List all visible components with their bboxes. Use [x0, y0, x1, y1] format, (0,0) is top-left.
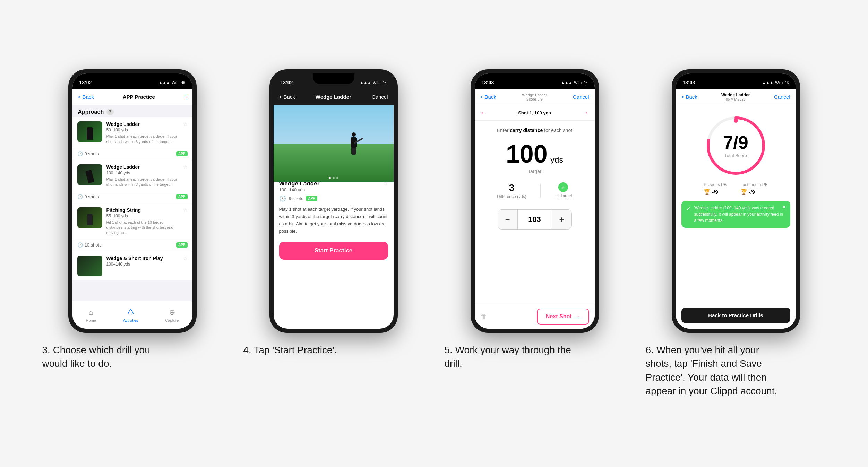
drill-title-1: Wedge Ladder [106, 121, 179, 127]
stat-separator [540, 184, 541, 198]
screen-3: Approach 7 [72, 105, 192, 301]
tab-bar-3: ⌂ Home ♺ Activities ⊕ Capture [72, 301, 192, 329]
toast-close-icon[interactable]: ✕ [782, 204, 786, 210]
score-text: 7/9 Total Score [723, 133, 748, 158]
difference-label: Difference (yds) [497, 194, 526, 199]
star-4[interactable]: ☆ [183, 256, 188, 261]
detail-shots: 9 shots [289, 196, 303, 201]
toast-check-icon: ✓ [686, 205, 691, 212]
drill-thumb-1 [77, 121, 102, 142]
detail-desc: Play 1 shot at each target yardage. If y… [279, 206, 388, 235]
drill-card-1[interactable]: Wedge Ladder 50–100 yds Play 1 shot at e… [72, 117, 192, 160]
phone-3: 13:02 ▲▲▲ WiFi 46 < Back APP Practice ≡ [68, 69, 197, 333]
back-btn-3[interactable]: < Back [78, 94, 94, 100]
practice-image [274, 105, 394, 182]
nav-title-3: APP Practice [94, 94, 184, 100]
back-to-drills-button[interactable]: Back to Practice Drills [681, 308, 790, 323]
detail-shots-row: 🕐 9 shots APP [279, 195, 388, 202]
star-2[interactable]: ☆ [183, 164, 188, 170]
nav-cancel-5[interactable]: Cancel [573, 94, 589, 100]
trash-icon[interactable]: 🗑 [480, 313, 487, 321]
app-badge-2: APP [176, 194, 188, 199]
phone-5: 13:03 ▲▲▲ WiFi 46 < Back Wedge Ladder [471, 69, 599, 333]
drill-thumb-4 [77, 256, 102, 276]
step6-description: 6. When you've hit all your shots, tap '… [646, 343, 777, 398]
target-label: Target [528, 168, 541, 174]
trophy-icon-1: 🏆 [704, 189, 711, 195]
drill-yardage-3: 55–100 yds [106, 214, 179, 218]
section-header: Approach 7 [72, 105, 192, 117]
stepper-plus[interactable]: + [552, 210, 571, 229]
drill-card-2[interactable]: Wedge Ladder 100–140 yds Play 1 shot at … [72, 160, 192, 203]
last-month-pb-label: Last month PB [740, 182, 768, 187]
prev-shot-btn[interactable]: ← [480, 109, 487, 117]
difference-value: 3 [497, 182, 526, 193]
shots-label-2: 9 shots [85, 194, 99, 199]
capture-icon: ⊕ [169, 308, 175, 317]
time-4: 13:02 [281, 80, 293, 85]
last-month-pb-value: 🏆 -/9 [740, 189, 768, 195]
status-icons-4: ▲▲▲ WiFi 46 [360, 80, 387, 85]
tab-capture-label: Capture [165, 318, 179, 322]
target-number: 100 [506, 141, 548, 166]
detail-header: Wedge Ladder 100–140 yds ☆ [279, 180, 388, 192]
score-circle: 7/9 Total Score [705, 114, 767, 177]
drill-title-2: Wedge Ladder [106, 164, 179, 170]
drill-desc-2: Play 1 shot at each target yardage. If y… [106, 177, 179, 188]
nav-cancel-4[interactable]: Cancel [372, 94, 388, 100]
next-shot-button[interactable]: Next Shot → [537, 309, 589, 325]
step6-container: 13:03 ▲▲▲ WiFi 46 < Back Wedge Ladder 06… [646, 69, 826, 398]
previous-pb-label: Previous PB [704, 182, 727, 187]
nav-menu-3[interactable]: ≡ [184, 94, 187, 100]
back-btn-container: Back to Practice Drills [676, 308, 796, 329]
nav-score-5: Score 5/9 [496, 97, 573, 101]
tab-capture[interactable]: ⊕ Capture [165, 308, 179, 322]
hit-target-label: Hit Target [555, 193, 572, 198]
start-practice-button[interactable]: Start Practice [279, 242, 388, 260]
drill-info-1: Wedge Ladder 50–100 yds Play 1 shot at e… [106, 121, 179, 145]
section-count: 7 [106, 109, 114, 115]
back-btn-6[interactable]: < Back [681, 94, 697, 100]
nav-cancel-6[interactable]: Cancel [774, 94, 790, 100]
nav-title-4: Wedge Ladder [295, 94, 372, 100]
app-badge-3: APP [176, 242, 188, 248]
tab-activities[interactable]: ♺ Activities [123, 308, 138, 322]
back-btn-4[interactable]: < Back [279, 94, 295, 100]
drill-thumb-2 [77, 164, 102, 185]
stepper-minus[interactable]: − [498, 210, 517, 229]
section-label: Approach [78, 109, 104, 115]
screen-4: Wedge Ladder 100–140 yds ☆ 🕐 9 shots APP [274, 105, 394, 329]
next-shot-arrow-btn[interactable]: → [582, 109, 589, 117]
detail-clock-icon: 🕐 [279, 195, 286, 202]
results-screen: 7/9 Total Score Previous PB [676, 105, 796, 329]
app-badge-1: APP [176, 151, 188, 156]
activities-icon: ♺ [127, 308, 134, 317]
drill-card-3[interactable]: Pitching String 55–100 yds Hit 1 shot at… [72, 203, 192, 251]
drill-info-2: Wedge Ladder 100–140 yds Play 1 shot at … [106, 164, 179, 188]
phone-4: 13:02 ▲▲▲ WiFi 46 < Back Wedge Ladder Ca… [269, 69, 398, 333]
time-5: 13:03 [482, 80, 494, 85]
nav-title-6: Wedge Ladder [697, 93, 774, 97]
last-month-pb: Last month PB 🏆 -/9 [740, 182, 768, 195]
phone-6: 13:03 ▲▲▲ WiFi 46 < Back Wedge Ladder 06… [672, 69, 800, 333]
stepper-value[interactable]: 103 [517, 210, 552, 229]
dot-2 [333, 177, 335, 179]
score-dot [734, 119, 738, 123]
star-3[interactable]: ☆ [183, 207, 188, 213]
back-btn-5[interactable]: < Back [480, 94, 496, 100]
star-1[interactable]: ☆ [183, 121, 188, 127]
drill-thumb-3 [77, 207, 102, 228]
tab-home[interactable]: ⌂ Home [86, 308, 96, 322]
difference-stat: 3 Difference (yds) [497, 182, 526, 199]
status-icons-6: ▲▲▲ WiFi 46 [762, 80, 789, 85]
drill-card-4[interactable]: Wedge & Short Iron Play 100–140 yds ☆ [72, 251, 192, 280]
drill-desc-3: Hit 1 shot at each of the 10 target dist… [106, 220, 179, 236]
shots-label-1: 9 shots [85, 151, 99, 156]
drill-yardage-1: 50–100 yds [106, 128, 179, 132]
hit-target-stat: ✓ Hit Target [555, 182, 572, 199]
dot-3 [336, 177, 338, 179]
success-toast: ✓ 'Wedge Ladder (100–140 yds)' was creat… [681, 201, 790, 228]
tab-home-label: Home [86, 318, 96, 322]
total-score-label: Total Score [723, 153, 748, 158]
toast-text: 'Wedge Ladder (100–140 yds)' was created… [694, 205, 785, 224]
